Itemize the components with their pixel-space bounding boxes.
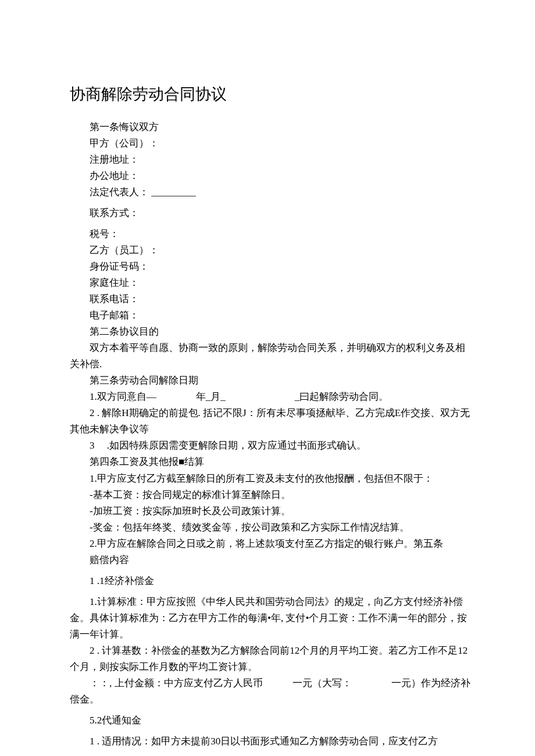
- document-line: 双方本着平等自愿、协商一致的原则，解除劳动合同关系，并明确双方的权利义务及相关补…: [70, 340, 471, 372]
- document-line: 2 . 计算基数：补偿金的基数为乙方解除合同前12个月的月平均工资。若乙方工作不…: [70, 643, 471, 675]
- document-line: -奖金：包括年终奖、绩效奖金等，按公司政策和乙方实际工作情况结算。: [70, 519, 471, 536]
- document-line: 第三条劳动合同解除日期: [70, 372, 471, 389]
- document-line: 赔偿内容: [70, 552, 471, 568]
- document-line: 1.甲方应支付乙方截至解除日的所有工资及未支付的孜他报酬，包括但不限于：: [70, 471, 471, 487]
- document-line: 1 .1经济补偿金: [70, 573, 471, 589]
- document-line: -基本工资：按合同规定的标准计算至解除日。: [70, 487, 471, 503]
- document-line: 电子邮箱：: [70, 307, 471, 324]
- document-line: 家庭住址：: [70, 275, 471, 291]
- document-line: 联系电话：: [70, 291, 471, 307]
- document-line: 税号：: [70, 226, 471, 242]
- document-line: 第一条悔议双方: [70, 119, 471, 135]
- document-line: 1.计算标准：甲方应按照《中华人民共和国劳动合同法》的规定，向乙方支付经济补偿金…: [70, 594, 471, 643]
- document-line: 2.甲方应在解除合同之日或之前，将上述款项支付至乙方指定的银行账户。第五条: [70, 536, 471, 552]
- document-line: 身份证号码：: [70, 259, 471, 275]
- document-line: -加班工资：按实际加班时长及公司政策计算。: [70, 503, 471, 519]
- document-line: 3 .如因特殊原因需变更解除日期，双方应通过书面形式确认。: [70, 438, 471, 454]
- document-body: 第一条悔议双方甲方（公司）：注册地址：办公地址：法定代表人： _________…: [70, 119, 471, 750]
- document-line: 注册地址：: [70, 152, 471, 168]
- document-line: 2 . 解除H期确定的前提包. 括记不限J：所有未尽事项拯献毕、乙方完成E作交接…: [70, 405, 471, 438]
- document-line: 第四条工资及其他报■结算: [70, 454, 471, 470]
- document-line: 5.2代通知金: [70, 712, 471, 729]
- document-line: 第二条协议目的: [70, 324, 471, 340]
- document-line: 1.双方同意自— 年_月_ _曰起解除劳动合同。: [70, 389, 471, 405]
- document-line: 法定代表人： _________: [70, 184, 471, 200]
- document-line: 1 . 适用情况：如甲方未提前30日以书面形式通知乙方解除劳动合同，应支付乙方: [70, 733, 471, 750]
- document-line: 联系方式：: [70, 205, 471, 221]
- document-line: 办公地址：: [70, 168, 471, 184]
- document-line: 甲方（公司）：: [70, 135, 471, 152]
- document-title: 协商解除劳动合同协议: [70, 81, 471, 108]
- document-line: ：：, 上付金额：中方应支付乙方人民币 一元（大写： 一元）作为经济补偿金。: [70, 675, 471, 708]
- document-line: 乙方（员工）：: [70, 242, 471, 259]
